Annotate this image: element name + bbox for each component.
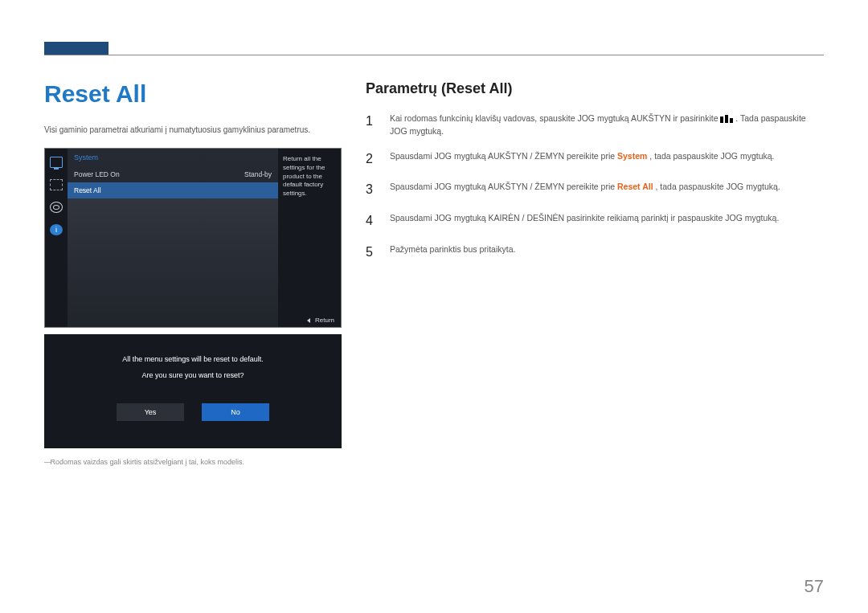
step-number: 2 [366,149,377,170]
dialog-line1: All the menu settings will be reset to d… [65,355,321,363]
osd-row-reset-label: Reset All [74,186,101,194]
step-number: 4 [366,211,377,231]
osd-footer: Return [307,317,334,324]
osd-row-power: Power LED On Stand-by [68,166,278,182]
osd-row-reset: Reset All [68,182,278,198]
no-button[interactable]: No [202,403,269,421]
footnote: Rodomas vaizdas gali skirtis atsižvelgia… [44,458,342,466]
osd-footer-label: Return [315,317,334,324]
step-text: , tada paspauskite JOG mygtuką. [649,151,774,161]
step-text: Spausdami JOG mygtuką KAIRĖN / DEŠINĖN p… [390,211,779,231]
reset-confirm-dialog: All the menu settings will be reset to d… [44,334,342,448]
step-keyword-resetall: Reset All [617,182,653,191]
osd-row-power-label: Power LED On [74,170,120,178]
step-text: Spausdami JOG mygtuką AUKŠTYN / ŽEMYN pe… [390,182,617,191]
display-icon [50,179,63,190]
step-number: 1 [366,112,377,138]
osd-side-text: Return all the settings for the product … [278,149,341,327]
osd-system-screenshot: i System Power LED On Stand-by Reset All… [44,148,342,328]
step-4: 4 Spausdami JOG mygtuką KAIRĖN / DEŠINĖN… [366,211,824,231]
chapter-rule [44,55,824,55]
step-3: 3 Spausdami JOG mygtuką AUKŠTYN / ŽEMYN … [366,180,824,200]
step-number: 5 [366,243,377,263]
step-text: Pažymėta parinktis bus pritaikyta. [390,243,515,263]
subsection-heading: Parametrų (Reset All) [366,80,824,97]
step-5: 5 Pažymėta parinktis bus pritaikyta. [366,243,824,263]
step-number: 3 [366,180,377,200]
osd-row-power-value: Stand-by [244,170,272,178]
chapter-mark [44,42,108,55]
dialog-line2: Are you sure you want to reset? [65,371,321,379]
osd-title: System [68,149,278,166]
gear-icon [50,202,63,213]
step-text: Spausdami JOG mygtuką AUKŠTYN / ŽEMYN pe… [390,151,617,161]
step-2: 2 Spausdami JOG mygtuką AUKŠTYN / ŽEMYN … [366,149,824,170]
section-heading: Reset All [44,80,342,108]
yes-button[interactable]: Yes [117,403,184,421]
step-1: 1 Kai rodomas funkcinių klavišų vadovas,… [366,112,824,138]
info-icon: i [50,224,63,235]
step-text: Kai rodomas funkcinių klavišų vadovas, s… [390,113,720,123]
monitor-icon [50,157,63,168]
step-text: , tada paspauskite JOG mygtuką. [655,182,780,191]
menu-icon [720,115,733,123]
step-keyword-system: System [617,151,647,161]
intro-text: Visi gaminio parametrai atkuriami į numa… [44,124,342,136]
triangle-left-icon [307,318,310,323]
page-number: 57 [805,576,824,597]
